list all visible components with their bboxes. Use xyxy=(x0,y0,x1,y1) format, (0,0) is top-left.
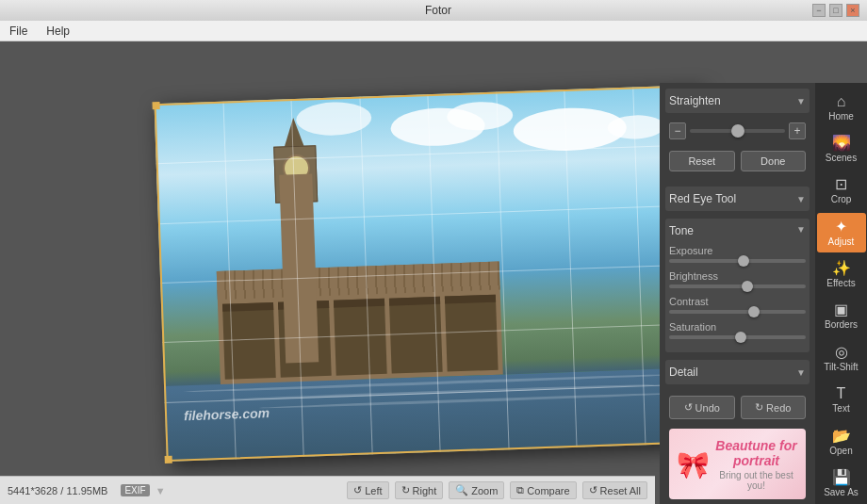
scenes-label: Scenes xyxy=(826,153,857,163)
cloud-2 xyxy=(447,100,514,130)
saturation-row: Saturation xyxy=(669,321,806,339)
undo-button[interactable]: ↺ Undo xyxy=(669,396,735,419)
redo-icon: ↻ xyxy=(755,401,763,414)
main-image xyxy=(155,84,713,461)
adjust-label: Adjust xyxy=(828,236,855,247)
menu-file[interactable]: File xyxy=(6,23,31,40)
straighten-section: Straighten ▼ − + Reset Done xyxy=(665,89,810,179)
contrast-thumb[interactable] xyxy=(748,306,760,317)
nav-home[interactable]: ⌂ Home xyxy=(817,88,866,127)
tower-main xyxy=(279,173,319,363)
nav-crop[interactable]: ⊡ Crop xyxy=(817,171,866,211)
saturation-label: Saturation xyxy=(669,321,806,333)
tiltshift-label: Tilt-Shift xyxy=(824,362,858,372)
text-icon: T xyxy=(837,386,846,401)
ad-subtitle: Bring out the best you! xyxy=(712,470,800,491)
close-button[interactable]: × xyxy=(846,4,859,17)
titlebar: Fotor − □ × xyxy=(0,0,867,21)
bottom-toolbar: 5441*3628 / 11.95MB EXIF ▼ ↺ Left ↻ Righ… xyxy=(0,476,655,504)
redeye-chevron: ▼ xyxy=(796,194,806,204)
parl-window-5 xyxy=(445,294,499,371)
maximize-button[interactable]: □ xyxy=(829,4,842,17)
reset-button[interactable]: Reset xyxy=(669,151,735,171)
zoom-icon: 🔍 xyxy=(455,484,468,496)
redeye-section: Red Eye Tool ▼ xyxy=(665,187,810,211)
nav-adjust[interactable]: ✦ Adjust xyxy=(817,213,866,252)
detail-section: Detail ▼ xyxy=(665,360,810,384)
saturation-slider[interactable] xyxy=(669,335,806,339)
nav-text[interactable]: T Text xyxy=(817,381,866,420)
detail-chevron: ▼ xyxy=(796,367,806,378)
contrast-slider[interactable] xyxy=(669,310,806,314)
nav-borders[interactable]: ▣ Borders xyxy=(817,297,866,336)
straighten-thumb[interactable] xyxy=(731,124,744,138)
straighten-chevron: ▼ xyxy=(796,96,806,106)
parl-window-4 xyxy=(389,296,443,373)
menu-help[interactable]: Help xyxy=(42,23,74,40)
undo-icon: ↺ xyxy=(684,401,693,414)
zoom-label: Zoom xyxy=(471,485,498,496)
reset-all-button[interactable]: ↺ Reset All xyxy=(582,481,647,499)
saveas-label: Save As xyxy=(824,487,859,497)
adjust-icon: ✦ xyxy=(835,219,847,235)
rotate-right-button[interactable]: ↻ Right xyxy=(395,481,444,499)
undo-label: Undo xyxy=(695,402,720,414)
slider-minus-button[interactable]: − xyxy=(669,122,686,139)
tone-header: Tone ▼ xyxy=(669,224,806,237)
rotate-right-icon: ↻ xyxy=(401,484,410,496)
brightness-label: Brightness xyxy=(669,270,806,282)
contrast-row: Contrast xyxy=(669,296,806,314)
brightness-thumb[interactable] xyxy=(742,281,753,292)
parl-window-1 xyxy=(222,301,276,379)
parl-window-3 xyxy=(334,298,387,375)
detail-label: Detail xyxy=(669,366,698,379)
nav-effects[interactable]: ✨ Effects xyxy=(817,254,866,294)
brightness-row: Brightness xyxy=(669,270,806,288)
slider-plus-button[interactable]: + xyxy=(789,122,806,139)
image-container: filehorse.com xyxy=(155,84,713,461)
exposure-row: Exposure xyxy=(669,245,806,263)
window-controls: − □ × xyxy=(812,4,859,17)
tiltshift-icon: ◎ xyxy=(835,345,848,360)
minimize-button[interactable]: − xyxy=(812,4,826,17)
exif-badge[interactable]: EXIF xyxy=(121,484,149,496)
filehorse-watermark: filehorse.com xyxy=(184,405,270,423)
tone-label: Tone xyxy=(669,224,694,237)
nav-scenes[interactable]: 🌄 Scenes xyxy=(817,129,866,169)
compare-button[interactable]: ⧉ Compare xyxy=(510,481,576,499)
brightness-slider[interactable] xyxy=(669,285,806,288)
nav-saveas[interactable]: 💾 Save As xyxy=(817,463,866,503)
open-icon: 📂 xyxy=(832,429,851,444)
image-info: 5441*3628 / 11.95MB xyxy=(8,485,107,496)
tone-chevron: ▼ xyxy=(796,224,806,237)
straighten-slider[interactable] xyxy=(690,129,785,133)
ad-mascot: 🎀 xyxy=(677,448,710,480)
side-nav: ⌂ Home 🌄 Scenes ⊡ Crop ✦ Adjust ✨ Effect… xyxy=(815,83,867,504)
exposure-thumb[interactable] xyxy=(738,255,749,267)
ad-text-area: Beautune for portrait Bring out the best… xyxy=(712,438,800,491)
ad-banner[interactable]: 🎀 Beautune for portrait Bring out the be… xyxy=(669,429,806,499)
parl-detail xyxy=(217,261,500,299)
tone-section: Tone ▼ Exposure Brightness Contrast xyxy=(665,219,810,352)
reset-icon: ↺ xyxy=(589,484,597,496)
exif-chevron[interactable]: ▼ xyxy=(155,485,166,496)
action-buttons: Reset Done xyxy=(665,149,810,179)
nav-open[interactable]: 📂 Open xyxy=(817,422,866,462)
home-label: Home xyxy=(828,111,854,122)
done-button[interactable]: Done xyxy=(741,151,807,171)
exposure-slider[interactable] xyxy=(669,259,806,263)
ad-title: Beautune for portrait xyxy=(712,438,800,468)
app-title: Fotor xyxy=(64,4,812,17)
water-reflection-3 xyxy=(259,391,683,409)
nav-tiltshift[interactable]: ◎ Tilt-Shift xyxy=(817,338,866,378)
scenes-icon: 🌄 xyxy=(832,136,851,151)
effects-icon: ✨ xyxy=(832,261,851,276)
borders-label: Borders xyxy=(825,319,858,330)
redo-button[interactable]: ↻ Redo xyxy=(741,396,807,419)
zoom-button[interactable]: 🔍 Zoom xyxy=(449,481,504,499)
water-reflection-2 xyxy=(221,382,655,400)
rotate-left-button[interactable]: ↺ Left xyxy=(347,481,388,499)
reset-all-label: Reset All xyxy=(600,485,641,496)
saturation-thumb[interactable] xyxy=(735,332,746,343)
compare-label: Compare xyxy=(527,485,569,496)
